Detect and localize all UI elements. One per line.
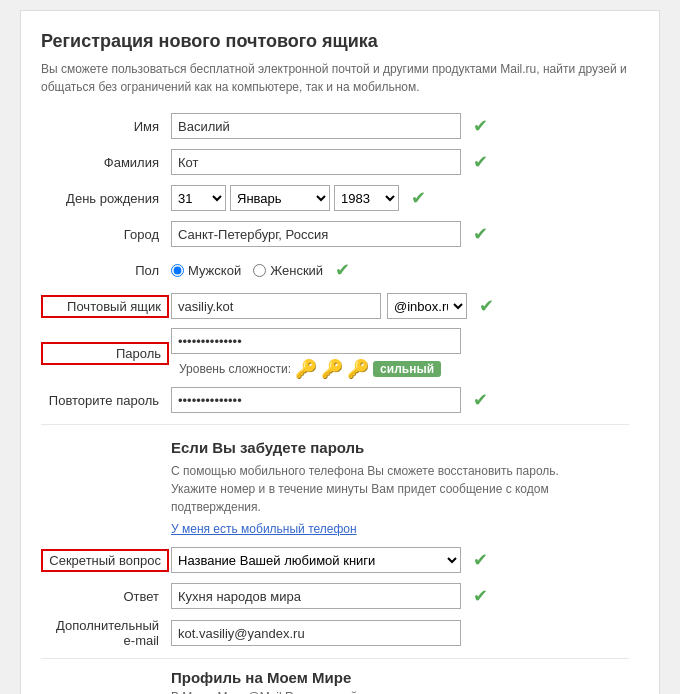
- gender-female-label[interactable]: Женский: [253, 263, 323, 278]
- extra-email-control: [171, 620, 629, 646]
- surname-checkmark: ✔: [473, 151, 488, 173]
- answer-label: Ответ: [41, 589, 171, 604]
- password-input[interactable]: [171, 328, 461, 354]
- password-confirm-checkmark: ✔: [473, 389, 488, 411]
- gender-label: Пол: [41, 263, 171, 278]
- email-checkmark: ✔: [479, 295, 494, 317]
- birthday-label: День рождения: [41, 191, 171, 206]
- gender-male-label[interactable]: Мужской: [171, 263, 241, 278]
- surname-label: Фамилия: [41, 155, 171, 170]
- registration-form: Регистрация нового почтового ящика Вы см…: [20, 10, 660, 694]
- city-control: ✔: [171, 221, 629, 247]
- birthday-month-select[interactable]: Январь Февраль Март Апрель Май Июнь Июль…: [230, 185, 330, 211]
- password-row: Пароль Уровень сложности: 🔑 🔑 🔑 сильный: [41, 328, 629, 378]
- name-input[interactable]: [171, 113, 461, 139]
- secret-question-checkmark: ✔: [473, 549, 488, 571]
- answer-input[interactable]: [171, 583, 461, 609]
- surname-input[interactable]: [171, 149, 461, 175]
- gender-male-radio[interactable]: [171, 264, 184, 277]
- mobile-link-container: У меня есть мобильный телефон: [171, 522, 629, 536]
- strength-label: Уровень сложности:: [179, 362, 291, 376]
- gender-female-text: Женский: [270, 263, 323, 278]
- profile-section: Профиль на Моем Мире В Моем Мире@Mail.Ru…: [171, 669, 629, 694]
- page-title: Регистрация нового почтового ящика: [41, 31, 629, 52]
- city-label: Город: [41, 227, 171, 242]
- strength-icon-1: 🔑: [295, 360, 317, 378]
- recovery-header: Если Вы забудете пароль: [171, 439, 629, 456]
- strength-icon-2: 🔑: [321, 360, 343, 378]
- gender-checkmark: ✔: [335, 259, 350, 281]
- extra-email-label: Дополнительный e-mail: [41, 618, 171, 648]
- gender-female-radio[interactable]: [253, 264, 266, 277]
- gender-control: Мужской Женский ✔: [171, 259, 629, 281]
- gender-row: Пол Мужской Женский ✔: [41, 256, 629, 284]
- birthday-control: 31 Январь Февраль Март Апрель Май Июнь И…: [171, 185, 629, 211]
- email-row: Почтовый ящик @inbox.ru @mail.ru @bk.ru …: [41, 292, 629, 320]
- city-checkmark: ✔: [473, 223, 488, 245]
- answer-checkmark: ✔: [473, 585, 488, 607]
- password-confirm-row: Повторите пароль ✔: [41, 386, 629, 414]
- answer-control: ✔: [171, 583, 629, 609]
- page-subtitle: Вы сможете пользоваться бесплатной элект…: [41, 60, 629, 96]
- city-input[interactable]: [171, 221, 461, 247]
- email-input[interactable]: [171, 293, 381, 319]
- secret-question-row: Секретный вопрос Название Вашей любимой …: [41, 546, 629, 574]
- gender-group: Мужской Женский: [171, 263, 323, 278]
- name-row: Имя ✔: [41, 112, 629, 140]
- secret-question-control: Название Вашей любимой книги Имя Вашего …: [171, 547, 629, 573]
- extra-email-input[interactable]: [171, 620, 461, 646]
- password-label: Пароль: [41, 342, 169, 365]
- strength-block: Уровень сложности: 🔑 🔑 🔑 сильный: [179, 360, 441, 378]
- birthday-day-select[interactable]: 31: [171, 185, 226, 211]
- strength-icon-3: 🔑: [347, 360, 369, 378]
- city-row: Город ✔: [41, 220, 629, 248]
- profile-text: В Моем Мире@Mail.Ru легко найти одноклас…: [171, 690, 629, 694]
- surname-control: ✔: [171, 149, 629, 175]
- extra-email-row: Дополнительный e-mail: [41, 618, 629, 648]
- secret-question-select[interactable]: Название Вашей любимой книги Имя Вашего …: [171, 547, 461, 573]
- name-checkmark: ✔: [473, 115, 488, 137]
- email-label: Почтовый ящик: [41, 295, 169, 318]
- password-confirm-control: ✔: [171, 387, 629, 413]
- recovery-text: С помощью мобильного телефона Вы сможете…: [171, 462, 629, 516]
- password-control: Уровень сложности: 🔑 🔑 🔑 сильный: [171, 328, 629, 378]
- email-control: @inbox.ru @mail.ru @bk.ru @list.ru ✔: [171, 293, 629, 319]
- profile-header: Профиль на Моем Мире: [171, 669, 629, 686]
- birthday-group: 31 Январь Февраль Март Апрель Май Июнь И…: [171, 185, 399, 211]
- birthday-checkmark: ✔: [411, 187, 426, 209]
- email-domain-select[interactable]: @inbox.ru @mail.ru @bk.ru @list.ru: [387, 293, 467, 319]
- birthday-year-select[interactable]: 1983: [334, 185, 399, 211]
- password-confirm-input[interactable]: [171, 387, 461, 413]
- birthday-row: День рождения 31 Январь Февраль Март Апр…: [41, 184, 629, 212]
- name-control: ✔: [171, 113, 629, 139]
- mobile-link[interactable]: У меня есть мобильный телефон: [171, 522, 357, 536]
- password-confirm-label: Повторите пароль: [41, 393, 171, 408]
- answer-row: Ответ ✔: [41, 582, 629, 610]
- secret-question-label: Секретный вопрос: [41, 549, 169, 572]
- strength-value: сильный: [373, 361, 441, 377]
- gender-male-text: Мужской: [188, 263, 241, 278]
- name-label: Имя: [41, 119, 171, 134]
- surname-row: Фамилия ✔: [41, 148, 629, 176]
